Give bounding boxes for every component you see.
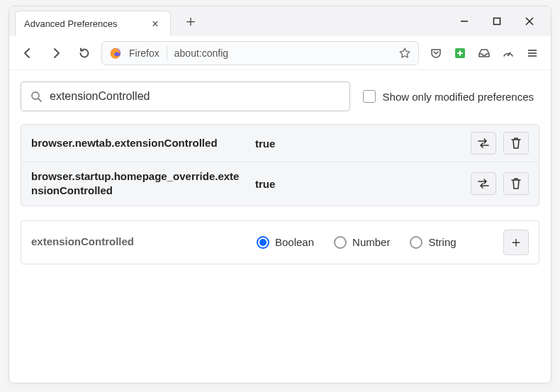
address-bar[interactable]: Firefox about:config xyxy=(101,41,419,65)
add-pref-button[interactable]: ＋ xyxy=(503,230,529,255)
type-radio-number[interactable]: Number xyxy=(334,236,390,249)
pref-row[interactable]: browser.startup.homepage_override.extens… xyxy=(21,162,539,206)
type-label: Boolean xyxy=(275,236,314,248)
toggle-button[interactable] xyxy=(471,132,496,155)
extension-icon[interactable] xyxy=(453,46,467,60)
type-radio-boolean[interactable]: Boolean xyxy=(257,236,314,249)
close-window-button[interactable] xyxy=(520,11,539,31)
type-label: Number xyxy=(352,236,390,248)
show-modified-label: Show only modified preferences xyxy=(383,91,534,103)
minimize-button[interactable] xyxy=(454,11,474,31)
pref-value: true xyxy=(255,178,459,190)
add-pref-name: extensionControlled xyxy=(31,235,244,249)
type-label: String xyxy=(428,236,456,248)
pocket-icon[interactable] xyxy=(429,46,443,60)
show-modified-checkbox[interactable] xyxy=(363,90,376,103)
inbox-icon[interactable] xyxy=(477,46,491,60)
pref-row[interactable]: browser.newtab.extensionControlled true xyxy=(21,125,539,162)
window-controls xyxy=(454,11,551,31)
type-radios: Boolean Number String xyxy=(257,236,491,249)
reload-button[interactable] xyxy=(73,42,96,65)
add-pref-row: extensionControlled Boolean Number Strin… xyxy=(21,220,539,264)
pref-name: browser.newtab.extensionControlled xyxy=(31,136,244,150)
search-row: Show only modified preferences xyxy=(21,82,539,111)
maximize-button[interactable] xyxy=(487,11,507,31)
toolbar-right xyxy=(425,46,544,60)
back-button[interactable] xyxy=(16,42,39,65)
identity-label: Firefox xyxy=(129,47,159,59)
toggle-button[interactable] xyxy=(471,172,496,195)
firefox-logo-icon xyxy=(109,47,122,60)
pref-value: true xyxy=(255,138,459,150)
svg-rect-1 xyxy=(494,18,500,25)
delete-button[interactable] xyxy=(503,172,529,195)
pref-search-box[interactable] xyxy=(21,82,350,111)
radio-circle-icon xyxy=(410,236,422,249)
show-modified-only[interactable]: Show only modified preferences xyxy=(363,90,539,103)
menu-button[interactable] xyxy=(525,46,539,60)
titlebar: Advanced Preferences × ＋ xyxy=(9,6,551,36)
delete-button[interactable] xyxy=(503,132,529,155)
url-text: about:config xyxy=(174,47,391,59)
pref-name: browser.startup.homepage_override.extens… xyxy=(31,169,244,198)
address-separator xyxy=(167,46,167,60)
radio-circle-icon xyxy=(334,236,347,249)
tab-title: Advanced Preferences xyxy=(24,18,142,29)
tab-close-button[interactable]: × xyxy=(149,18,162,30)
about-config-content: Show only modified preferences browser.n… xyxy=(9,70,551,383)
navbar: Firefox about:config xyxy=(9,36,551,70)
svg-line-12 xyxy=(38,99,41,101)
forward-button[interactable] xyxy=(45,42,67,65)
bookmark-star-icon[interactable] xyxy=(398,47,411,60)
radio-circle-icon xyxy=(257,236,269,249)
pref-row-actions xyxy=(471,172,529,195)
active-tab[interactable]: Advanced Preferences × xyxy=(15,11,171,36)
pref-results: browser.newtab.extensionControlled true … xyxy=(21,124,539,206)
browser-window: Advanced Preferences × ＋ Firefox about:c… xyxy=(9,6,551,383)
search-icon xyxy=(30,90,43,103)
new-tab-button[interactable]: ＋ xyxy=(181,11,201,31)
speedometer-icon[interactable] xyxy=(501,46,515,60)
pref-row-actions xyxy=(471,132,529,155)
type-radio-string[interactable]: String xyxy=(410,236,456,249)
pref-search-input[interactable] xyxy=(50,90,341,103)
